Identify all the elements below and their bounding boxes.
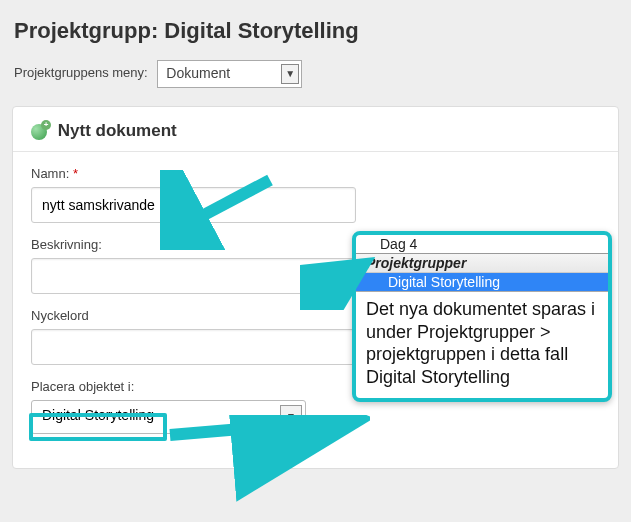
page-title: Projektgrupp: Digital Storytelling bbox=[0, 0, 631, 54]
callout-text: Det nya dokumentet sparas i under Projek… bbox=[356, 292, 608, 398]
annotation-callout: Dag 4 Projektgrupper Digital Storytellin… bbox=[352, 231, 612, 402]
chevron-down-icon: ▼ bbox=[280, 405, 302, 429]
callout-tree-item: Dag 4 bbox=[356, 235, 608, 253]
form-group-name: Namn: * bbox=[13, 166, 618, 237]
keywords-input[interactable] bbox=[31, 329, 356, 365]
chevron-down-icon: ▼ bbox=[281, 64, 299, 84]
panel-header-text: Nytt dokument bbox=[58, 121, 177, 140]
description-input[interactable] bbox=[31, 258, 356, 294]
menu-row: Projektgruppens meny: Dokument ▼ bbox=[0, 54, 631, 106]
callout-tree-selected: Digital Storytelling bbox=[356, 273, 608, 291]
place-select[interactable]: Digital Storytelling ▼ bbox=[31, 400, 306, 434]
name-label-text: Namn: bbox=[31, 166, 69, 181]
menu-select[interactable]: Dokument ▼ bbox=[157, 60, 302, 88]
required-marker: * bbox=[73, 166, 78, 181]
callout-tree-group: Projektgrupper bbox=[356, 253, 608, 273]
menu-select-value: Dokument bbox=[166, 65, 230, 81]
callout-tree: Dag 4 Projektgrupper Digital Storytellin… bbox=[356, 235, 608, 292]
menu-label: Projektgruppens meny: bbox=[14, 65, 148, 80]
place-select-value: Digital Storytelling bbox=[42, 407, 154, 423]
name-label: Namn: * bbox=[31, 166, 600, 181]
panel-header: Nytt dokument bbox=[13, 107, 618, 152]
name-input[interactable] bbox=[31, 187, 356, 223]
new-document-icon bbox=[31, 124, 47, 140]
